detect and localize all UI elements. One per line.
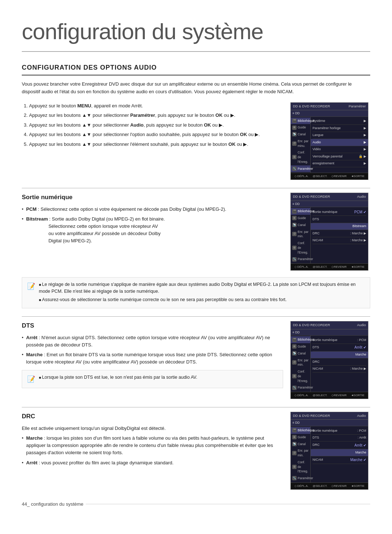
sortie-numerique-content: Sortie numérique PCM : Sélectionnez cett… — [22, 193, 370, 271]
canal-icon: 📡 — [292, 132, 297, 136]
dts-section: DTS Arrêt : N'émet aucun signal DTS. Sél… — [22, 316, 370, 399]
drc-arret: Arrêt : vous pouvez profiter du film ave… — [22, 459, 283, 467]
s4-drc-arret: DRCArrêt ✔ — [313, 441, 366, 449]
screen2-mockup: DD & DVD RECORDER Audio ≡ DD 🎬 Bibliothè… — [290, 193, 370, 271]
sidebar-item-conf: ⚙ Conf. de l'Enreg. — [291, 149, 310, 165]
s2-guide-icon: ⊕ — [292, 216, 297, 220]
dts-marche: Marche : Emet un flot binaire DTS via la… — [22, 351, 283, 366]
s3-drc: DRC — [313, 358, 366, 366]
s2-bibliotheque: 🎬 Bibliothèque — [291, 208, 310, 215]
s3-param: 🔧 Paramétrer — [291, 384, 310, 391]
dts-list: Arrêt : N'émet aucun signal DTS. Sélecti… — [22, 334, 283, 366]
s4-conf: ⚙ Conf. de l'Enreg. — [291, 459, 310, 475]
screen1-header-right: Paramétrer — [348, 104, 366, 109]
sidebar-item-bibliotheque: 🎬 Bibliothèque — [291, 118, 310, 124]
page-title: configuration du système — [22, 15, 370, 52]
s4-conf-icon: ⚙ — [292, 465, 297, 469]
s3-marche: Marche — [311, 352, 368, 359]
sortie-numerique-section: Sortie numérique PCM : Sélectionnez cett… — [22, 188, 370, 308]
menu-audio-highlighted: Audio▶ — [311, 139, 368, 146]
s4-enr: ⏱ Enr. par min. — [291, 447, 310, 459]
screen1-content: Système▶ Paramétrer horloge▶ Langue▶ Aud… — [311, 117, 368, 173]
s4-canal: 📡 Canal — [291, 441, 310, 448]
enr-icon: ⏱ — [292, 141, 297, 146]
s2-bib-icon: 🎬 — [292, 209, 297, 214]
steps-list: Appuyez sur le bouton MENU, appareil en … — [22, 102, 283, 151]
s2-nicam: NICAM: Marche ▶ — [313, 237, 366, 245]
s3-bib: 🎬 Bibliothèque — [291, 336, 310, 343]
screen3-body: 🎬 Bibliothèque ⊕ Guide 📡 Canal ⏱ — [291, 336, 368, 392]
screen-ui-1: DD & DVD RECORDER Paramétrer ≡ DD 🎬 Bibl… — [290, 102, 368, 180]
bitstream-item: Bitstream : Sortie audio Dolby Digital (… — [22, 215, 283, 245]
footer-text: 44_ configuration du système — [22, 501, 83, 508]
screen1-header-left: DD & DVD RECORDER — [293, 104, 330, 109]
intro-text: Vous pouvez brancher votre Enregistreur … — [22, 81, 370, 96]
screen2-body: 🎬 Bibliothèque ⊕ Guide 📡 Canal ⏱ — [291, 207, 368, 263]
screen-ui-4: DD & DVD RECORDER Audio ≡ DD 🎬 Bibliothè… — [290, 412, 368, 490]
s4-drc-marche: Marche — [311, 449, 368, 456]
s2-canal: 📡 Canal — [291, 222, 310, 229]
menu-systeme: Système▶ — [313, 118, 366, 125]
screen-ui-2: DD & DVD RECORDER Audio ≡ DD 🎬 Bibliothè… — [290, 193, 368, 271]
s2-param-icon: 🔧 — [292, 257, 297, 262]
page-footer: 44_ configuration du système — [22, 501, 370, 508]
sidebar-item-parametrer: 🔧 Paramétrer — [291, 165, 310, 172]
menu-verr: Verrouillage parental🔒 ▶ — [313, 153, 366, 160]
s2-drc: DRC: Marche ▶ — [313, 230, 366, 237]
s4-enr-icon: ⏱ — [292, 451, 297, 455]
s3-sortie: Sortie numérique: PCM — [313, 337, 366, 344]
s3-enr: ⏱ Enr. par min. — [291, 357, 310, 369]
s2-bitstream: Bitstream — [311, 223, 368, 230]
s3-conf: ⚙ Conf. de l'Enreg. — [291, 368, 310, 384]
drc-list: Marche : lorsque les pistes son d'un fil… — [22, 435, 283, 467]
dts-left: DTS Arrêt : N'émet aucun signal DTS. Sél… — [22, 321, 283, 393]
screen3-header: DD & DVD RECORDER Audio — [291, 321, 368, 329]
step-1: Appuyez sur le bouton MENU, appareil en … — [29, 102, 283, 110]
screen3-sidebar: 🎬 Bibliothèque ⊕ Guide 📡 Canal ⏱ — [291, 336, 311, 392]
dts-note-content: Lorsque la piste son DTS est lue, le son… — [39, 374, 278, 384]
s3-nicam: NICAM: Marche ▶ — [313, 366, 366, 373]
menu-video: Vidéo▶ — [313, 146, 366, 153]
screen4-content: Sortie numérique: PCM DTS: Arrêt DRCArrê… — [311, 426, 368, 482]
s2-conf: ⚙ Conf. de l'Enreg. — [291, 240, 310, 256]
screen4-dd: ≡ DD — [291, 420, 368, 426]
s2-enr-icon: ⏱ — [292, 232, 297, 236]
screen1-footer: ◇ DÉPL.A. @SELECT. ◇REVENIR ◄SORTIE — [291, 173, 368, 180]
sortie-numerique-list: PCM : Sélectionnez cette option si votre… — [22, 206, 283, 245]
sidebar-item-enr: ⏱ Enr. par minu. — [291, 138, 310, 149]
drc-title: DRC — [22, 412, 283, 421]
drc-section: DRC Elle est activée uniquement lorsqu'u… — [22, 407, 370, 490]
dts-note-box: 📝 Lorsque la piste son DTS est lue, le s… — [22, 370, 283, 388]
screen2-sidebar: 🎬 Bibliothèque ⊕ Guide 📡 Canal ⏱ — [291, 207, 311, 263]
screen2-dd: ≡ DD — [291, 201, 368, 208]
s4-nicam: NICAMMarche ✔ — [313, 456, 366, 464]
sortie-numerique-left: Sortie numérique PCM : Sélectionnez cett… — [22, 193, 283, 247]
dts-arret: Arrêt : N'émet aucun signal DTS. Sélecti… — [22, 334, 283, 349]
numbered-steps: Appuyez sur le bouton MENU, appareil en … — [22, 102, 283, 148]
screen1-sidebar: 🎬 Bibliothèque ⊕ Guide 📡 Canal ⏱ Enr. pa… — [291, 117, 311, 173]
screen2-footer: ◇ DÉPL.A. @SELECT. ◇REVENIR ◄SORTIE — [291, 263, 368, 270]
note-text-2: Assurez-vous de sélectionner la sortie n… — [39, 296, 365, 303]
screen3-dd: ≡ DD — [291, 329, 368, 336]
menu-enreg: enregistrement▶ — [313, 160, 366, 168]
s4-dts: DTS: Arrêt — [313, 435, 366, 442]
dts-content: DTS Arrêt : N'émet aucun signal DTS. Sél… — [22, 321, 370, 399]
step-4: Appuyez sur les boutons ▲▼ pour sélectio… — [29, 131, 283, 138]
sortie-numerique-title: Sortie numérique — [22, 193, 283, 202]
s2-param: 🔧 Paramétrer — [291, 256, 310, 263]
screen2-header: DD & DVD RECORDER Audio — [291, 193, 368, 201]
s4-sortie: Sortie numérique: PCM — [313, 427, 366, 435]
screen4-body: 🎬 Bibliothèque ⊕ Guide 📡 Canal ⏱ — [291, 426, 368, 482]
note-icon-1: 📝 — [27, 282, 35, 304]
s4-guide: ⊕ Guide — [291, 434, 310, 441]
screen1-dd: ≡ DD — [291, 110, 368, 117]
drc-intro: Elle est activée uniquement lorsqu'un si… — [22, 425, 283, 432]
s3-enr-icon: ⏱ — [292, 360, 297, 365]
parametrer-icon: 🔧 — [292, 167, 297, 171]
note-icon-2: 📝 — [27, 374, 35, 384]
s4-canal-icon: 📡 — [292, 442, 297, 446]
footer-line — [86, 504, 370, 504]
menu-langue: Langue▶ — [313, 132, 366, 139]
s3-guide: ⊕ Guide — [291, 343, 310, 350]
screen-ui-3: DD & DVD RECORDER Audio ≡ DD 🎬 Bibliothè… — [290, 321, 368, 399]
